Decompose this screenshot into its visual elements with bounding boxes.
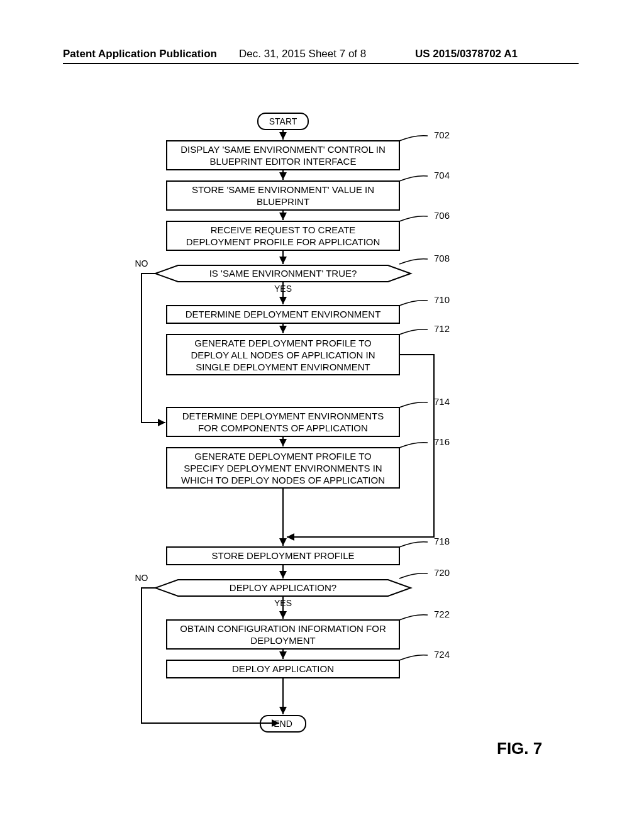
step-706: RECEIVE REQUEST TO CREATE DEPLOYMENT PRO… (167, 210, 450, 250)
step-702: DISPLAY 'SAME ENVIRONMENT' CONTROL IN BL… (167, 130, 450, 170)
step-716-line2: SPECIFY DEPLOYMENT ENVIRONMENTS IN (184, 463, 382, 473)
start-text: START (269, 116, 297, 126)
step-712-line2: DEPLOY ALL NODES OF APPLICATION IN (191, 350, 375, 360)
step-716-line1: GENERATE DEPLOYMENT PROFILE TO (194, 451, 371, 462)
no-path-720 (142, 588, 279, 723)
step-722-line1: OBTAIN CONFIGURATION INFORMATION FOR (180, 623, 386, 634)
ref-718: 718 (434, 536, 450, 546)
ref-710: 710 (434, 294, 450, 305)
step-718: STORE DEPLOYMENT PROFILE 718 (167, 536, 450, 565)
leader-714 (399, 402, 428, 407)
step-712-line3: SINGLE DEPLOYMENT ENVIRONMENT (196, 362, 370, 372)
flowchart: START DISPLAY 'SAME ENVIRONMENT' CONTROL… (0, 0, 644, 830)
leader-716 (399, 443, 428, 448)
leader-704 (399, 176, 428, 181)
leader-724 (399, 655, 428, 660)
step-702-line2: BLUEPRINT EDITOR INTERFACE (210, 156, 357, 167)
leader-712 (399, 329, 428, 335)
decision-708: IS 'SAME ENVIRONMENT' TRUE? 708 (155, 253, 450, 282)
leader-722 (399, 615, 428, 620)
ref-716: 716 (434, 436, 450, 447)
step-704: STORE 'SAME ENVIRONMENT' VALUE IN BLUEPR… (167, 170, 450, 210)
step-714-line2: FOR COMPONENTS OF APPLICATION (198, 423, 368, 433)
step-722-line2: DEPLOYMENT (250, 635, 315, 646)
step-724-line1: DEPLOY APPLICATION (232, 663, 334, 674)
ref-712: 712 (434, 323, 450, 334)
step-706-line2: DEPLOYMENT PROFILE FOR APPLICATION (186, 236, 380, 247)
no-label-708: NO (135, 258, 148, 268)
leader-718 (399, 542, 428, 547)
no-path-708 (142, 274, 165, 423)
decision-720-text: DEPLOY APPLICATION? (230, 582, 336, 593)
leader-720 (399, 573, 428, 578)
ref-702: 702 (434, 130, 450, 140)
step-702-line1: DISPLAY 'SAME ENVIRONMENT' CONTROL IN (180, 144, 386, 155)
step-718-line1: STORE DEPLOYMENT PROFILE (212, 550, 355, 561)
step-706-line1: RECEIVE REQUEST TO CREATE (211, 224, 356, 235)
step-712: GENERATE DEPLOYMENT PROFILE TO DEPLOY AL… (167, 323, 450, 375)
leader-710 (399, 301, 428, 306)
step-704-line2: BLUEPRINT (257, 196, 309, 207)
page: Patent Application Publication Dec. 31, … (0, 0, 644, 830)
decision-708-text: IS 'SAME ENVIRONMENT' TRUE? (209, 268, 357, 279)
ref-706: 706 (434, 210, 450, 221)
step-704-line1: STORE 'SAME ENVIRONMENT' VALUE IN (192, 184, 374, 195)
step-710-line1: DETERMINE DEPLOYMENT ENVIRONMENT (186, 309, 381, 319)
leader-708 (399, 259, 428, 264)
step-712-line1: GENERATE DEPLOYMENT PROFILE TO (194, 338, 371, 348)
no-label-720: NO (135, 573, 148, 583)
bypass-712-to-718 (287, 355, 434, 537)
end-text: END (274, 719, 292, 729)
step-714: DETERMINE DEPLOYMENT ENVIRONMENTS FOR CO… (167, 396, 450, 436)
ref-708: 708 (434, 253, 450, 263)
step-724: DEPLOY APPLICATION 724 (167, 649, 450, 678)
ref-720: 720 (434, 567, 450, 578)
step-716-line3: WHICH TO DEPLOY NODES OF APPLICATION (181, 475, 385, 485)
ref-724: 724 (434, 649, 450, 660)
step-714-line1: DETERMINE DEPLOYMENT ENVIRONMENTS (182, 411, 384, 421)
leader-706 (399, 216, 428, 221)
start-terminal: START (258, 113, 308, 130)
step-722: OBTAIN CONFIGURATION INFORMATION FOR DEP… (167, 609, 450, 649)
ref-722: 722 (434, 609, 450, 619)
leader-702 (399, 136, 428, 141)
ref-704: 704 (434, 170, 450, 180)
step-716: GENERATE DEPLOYMENT PROFILE TO SPECIFY D… (167, 436, 450, 488)
step-710: DETERMINE DEPLOYMENT ENVIRONMENT 710 (167, 294, 450, 323)
figure-caption: FIG. 7 (497, 739, 542, 758)
decision-720: DEPLOY APPLICATION? 720 (155, 567, 450, 596)
ref-714: 714 (434, 396, 450, 407)
